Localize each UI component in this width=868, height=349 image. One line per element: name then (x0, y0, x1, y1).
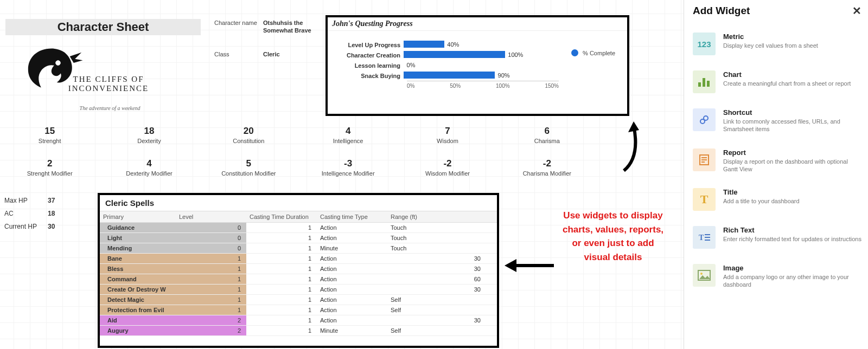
dashboard-canvas[interactable]: Character Sheet THE CLIFFS OF INCONVENIE… (0, 0, 684, 349)
spell-type: Action (317, 285, 387, 295)
widget-option-desc: Link to commonly accessed files, URLs, a… (723, 118, 861, 133)
widget-option-desc: Add a title to your dashboard (723, 197, 800, 205)
spell-duration: 1 (246, 264, 317, 274)
spell-duration: 1 (246, 233, 317, 243)
ac-label: AC (4, 207, 48, 220)
spell-level: 0 (176, 243, 246, 254)
widget-option-report[interactable]: ReportDisplay a report on the dashboard … (693, 143, 861, 183)
chart-category-label: Lesson learning (333, 62, 404, 69)
stat-cell: 20Constitution (199, 126, 298, 144)
char-name-label: Character name (214, 19, 263, 34)
widget-option-image[interactable]: ImageAdd a company logo or any other ima… (693, 258, 861, 299)
spell-duration: 1 (246, 254, 317, 264)
stat-value: 5 (199, 158, 298, 169)
chart-category-label: Character Creation (333, 52, 404, 59)
table-row[interactable]: Bane11Action30 (100, 254, 497, 264)
table-row[interactable]: Augury21MinuteSelf (100, 326, 497, 336)
widget-option-desc: Display key cell values from a sheet (723, 42, 818, 49)
spells-column-header: Casting Time Duration (246, 211, 317, 223)
spell-range: Touch (387, 223, 497, 233)
widget-option-title: Chart (723, 70, 851, 79)
spell-primary: Guidance (100, 223, 176, 233)
stats-row: 15Strenght18Dexterity20Constitution4Inte… (0, 126, 597, 144)
sidebar-title: Add Widget (693, 5, 750, 17)
spell-level: 1 (176, 254, 246, 264)
spell-range: Touch (387, 233, 497, 243)
stat-label: Charisma Modifier (497, 170, 597, 177)
stat-value: 6 (497, 126, 597, 137)
widget-option-richtext[interactable]: TRich TextEnter richly formatted text fo… (693, 221, 861, 258)
svg-rect-1 (703, 78, 705, 87)
spell-primary: Mending (100, 243, 176, 254)
spell-primary: Bless (100, 264, 176, 274)
chart-bar-row: Lesson learning0% (333, 60, 622, 70)
table-row[interactable]: Protection from Evil11ActionSelf (100, 305, 497, 315)
campaign-logo: THE CLIFFS OF INCONVENIENCE The adventur… (11, 43, 184, 114)
stat-value: 20 (199, 126, 298, 137)
spell-range: 30 (387, 285, 497, 295)
chart-title: John's Questing Progress (328, 17, 627, 31)
stat-label: Wisdom (398, 138, 497, 144)
stat-cell: 18Dexterity (99, 126, 199, 144)
table-row[interactable]: Detect Magic11ActionSelf (100, 295, 497, 305)
widget-option-title: Metric (723, 33, 818, 41)
spell-range: Self (387, 305, 497, 315)
svg-point-4 (704, 116, 708, 120)
spell-type: Action (317, 305, 387, 315)
spell-level: 1 (176, 274, 246, 285)
spell-duration: 1 (246, 326, 317, 336)
spell-duration: 1 (246, 305, 317, 315)
current-hp-value: 30 (48, 220, 69, 233)
annotation-arrow-left (502, 255, 557, 276)
table-row[interactable]: Aid21Action30 (100, 315, 497, 326)
spell-range: 30 (387, 264, 497, 274)
widget-option-metric[interactable]: 123MetricDisplay key cell values from a … (693, 27, 861, 65)
spell-type: Action (317, 295, 387, 305)
stat-value: -3 (298, 158, 398, 169)
spell-type: Action (317, 274, 387, 285)
widget-option-desc: Add a company logo or any other image to… (723, 273, 861, 289)
spell-primary: Aid (100, 315, 176, 326)
table-row[interactable]: Guidance01ActionTouch (100, 223, 497, 233)
stat-label: Constitution (199, 138, 298, 144)
chart-icon (693, 70, 716, 93)
modifiers-row: 2Strenght Modifier4Dexterity Modifier5Co… (0, 158, 597, 177)
spell-range: Touch (387, 243, 497, 254)
spell-primary: Command (100, 274, 176, 285)
spell-type: Action (317, 315, 387, 326)
spell-duration: 1 (246, 315, 317, 326)
spells-widget[interactable]: Cleric Spells PrimaryLevelCasting Time D… (98, 193, 499, 348)
shortcut-icon (693, 108, 716, 131)
spell-level: 2 (176, 315, 246, 326)
chart-legend: % Complete (571, 49, 615, 56)
table-row[interactable]: Create Or Destroy W11Action30 (100, 285, 497, 295)
stat-cell: 4Dexterity Modifier (99, 158, 199, 177)
widget-option-title[interactable]: TTitleAdd a title to your dashboard (693, 183, 861, 221)
widget-option-desc: Enter richly formatted text for updates … (723, 235, 861, 243)
chart-bar (404, 41, 444, 48)
spell-level: 1 (176, 305, 246, 315)
widget-option-shortcut[interactable]: ShortcutLink to commonly accessed files,… (693, 103, 861, 143)
char-class-label: Class (214, 50, 263, 58)
table-row[interactable]: Light01ActionTouch (100, 233, 497, 243)
stat-label: Intelligence Modifier (298, 170, 398, 177)
table-row[interactable]: Bless11Action30 (100, 264, 497, 274)
spell-range: 30 (387, 254, 497, 264)
chart-widget[interactable]: John's Questing Progress % Complete Leve… (326, 15, 629, 116)
spell-primary: Create Or Destroy W (100, 285, 176, 295)
image-icon (693, 264, 716, 287)
widget-option-title: Rich Text (723, 226, 861, 234)
table-row[interactable]: Command11Action60 (100, 274, 497, 285)
spell-primary: Bane (100, 254, 176, 264)
hp-block: Max HP37 AC18 Current HP30 (4, 194, 69, 233)
add-widget-panel: Add Widget ✕ 123MetricDisplay key cell v… (684, 0, 868, 349)
close-icon[interactable]: ✕ (852, 4, 861, 17)
chart-bar-value: 0% (407, 61, 416, 69)
stat-cell: -2Wisdom Modifier (398, 158, 497, 177)
spell-type: Minute (317, 243, 387, 254)
table-row[interactable]: Mending01MinuteTouch (100, 243, 497, 254)
stat-label: Charisma (497, 138, 597, 144)
widget-option-chart[interactable]: ChartCreate a meaningful chart from a sh… (693, 65, 861, 103)
spell-range: 60 (387, 274, 497, 285)
legend-label: % Complete (583, 50, 615, 56)
